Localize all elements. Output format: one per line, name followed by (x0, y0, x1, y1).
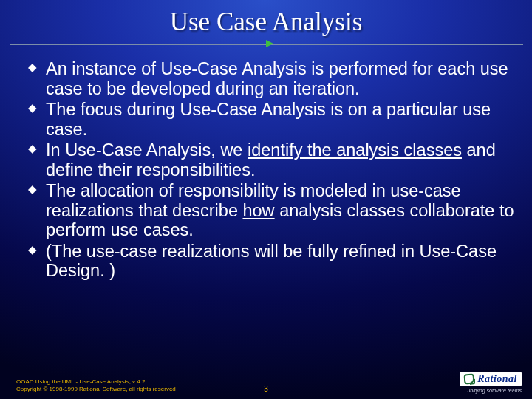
title-divider (0, 40, 532, 50)
slide-footer: OOAD Using the UML - Use-Case Analysis, … (0, 372, 532, 399)
rational-logo-text: Rational (477, 373, 517, 385)
bullet-item: In Use-Case Analysis, we identify the an… (28, 140, 516, 180)
slide-title: Use Case Analysis (170, 7, 363, 37)
rational-logo: Rational (460, 372, 522, 386)
bullet-item: (The use-case realizations will be fully… (28, 242, 516, 281)
footer-copyright-line: Copyright © 1998-1999 Rational Software,… (16, 386, 176, 393)
bullet-text: how (242, 201, 274, 220)
bullet-text: The focus during Use-Case Analysis is on… (46, 100, 491, 139)
footer-course-line: OOAD Using the UML - Use-Case Analysis, … (16, 378, 176, 386)
page-number: 3 (264, 385, 268, 393)
rational-tagline: unifying software teams (467, 388, 522, 393)
bullet-text: An instance of Use-Case Analysis is perf… (46, 59, 508, 98)
bullet-item: An instance of Use-Case Analysis is perf… (28, 59, 516, 98)
arrow-icon (266, 40, 273, 47)
bullet-text: In Use-Case Analysis, we (46, 140, 248, 160)
bullet-item: The focus during Use-Case Analysis is on… (28, 100, 516, 139)
bullet-item: The allocation of responsibility is mode… (28, 181, 516, 240)
bullet-list: An instance of Use-Case Analysis is perf… (28, 59, 516, 281)
rational-logo-icon (464, 374, 475, 385)
bullet-text: identify the analysis classes (248, 140, 462, 160)
bullet-text: (The use-case realizations will be fully… (46, 242, 497, 281)
